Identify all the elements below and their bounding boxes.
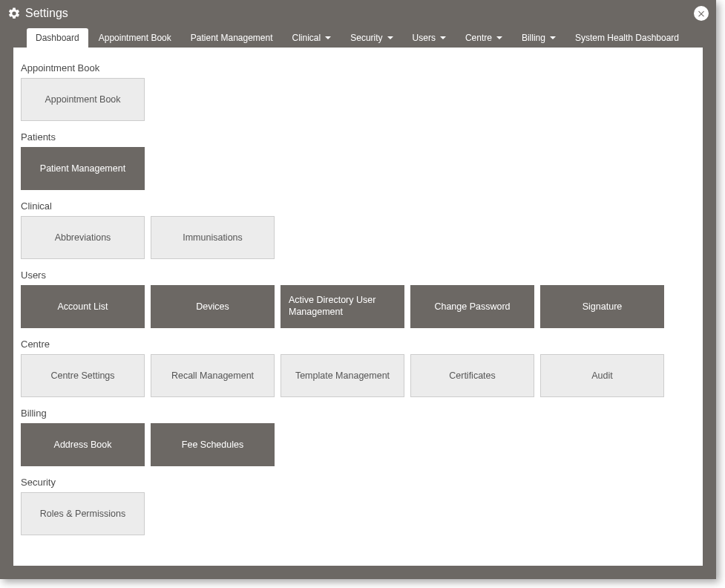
tile-active-directory-user-management[interactable]: Active Directory User Management bbox=[281, 285, 404, 328]
gear-icon bbox=[7, 7, 21, 20]
tile-row: Account ListDevicesActive Directory User… bbox=[21, 285, 695, 328]
section-heading: Appointment Book bbox=[21, 62, 695, 74]
tile-certificates[interactable]: Certificates bbox=[410, 354, 534, 397]
content-area: Appointment BookAppointment BookPatients… bbox=[13, 48, 703, 566]
tile-immunisations[interactable]: Immunisations bbox=[151, 216, 275, 259]
chevron-down-icon bbox=[325, 36, 331, 39]
tile-recall-management[interactable]: Recall Management bbox=[151, 354, 275, 397]
tile-patient-management[interactable]: Patient Management bbox=[21, 147, 145, 190]
tile-audit[interactable]: Audit bbox=[540, 354, 664, 397]
tile-fee-schedules[interactable]: Fee Schedules bbox=[151, 423, 275, 466]
section-heading: Clinical bbox=[21, 200, 695, 212]
window-title: Settings bbox=[25, 7, 68, 20]
tile-label: Signature bbox=[583, 301, 623, 312]
tile-row: Patient Management bbox=[21, 147, 695, 190]
tab-label: Centre bbox=[465, 33, 492, 43]
tile-label: Template Management bbox=[295, 370, 390, 381]
chevron-down-icon bbox=[440, 36, 446, 39]
section-heading: Patients bbox=[21, 131, 695, 143]
tab-appointment-book[interactable]: Appointment Book bbox=[90, 28, 180, 48]
tile-label: Devices bbox=[196, 301, 229, 312]
tile-account-list[interactable]: Account List bbox=[21, 285, 145, 328]
tab-system-health-dashboard[interactable]: System Health Dashboard bbox=[566, 28, 688, 48]
tile-abbreviations[interactable]: Abbreviations bbox=[21, 216, 145, 259]
tile-label: Centre Settings bbox=[50, 370, 114, 381]
tile-label: Change Password bbox=[434, 301, 510, 312]
tab-patient-management[interactable]: Patient Management bbox=[182, 28, 282, 48]
tab-label: System Health Dashboard bbox=[575, 33, 679, 43]
tabs-strip: DashboardAppointment BookPatient Managem… bbox=[0, 27, 716, 48]
tile-label: Active Directory User Management bbox=[289, 295, 396, 318]
section-heading: Security bbox=[21, 477, 695, 488]
tile-appointment-book[interactable]: Appointment Book bbox=[21, 78, 145, 121]
tab-label: Patient Management bbox=[191, 33, 273, 43]
tile-template-management[interactable]: Template Management bbox=[281, 354, 404, 397]
tile-devices[interactable]: Devices bbox=[151, 285, 275, 328]
chevron-down-icon bbox=[387, 36, 393, 39]
tab-label: Users bbox=[413, 33, 436, 43]
tile-roles-permissions[interactable]: Roles & Permissions bbox=[21, 492, 145, 535]
tab-centre[interactable]: Centre bbox=[456, 28, 511, 48]
tile-label: Audit bbox=[591, 370, 613, 381]
tab-label: Appointment Book bbox=[99, 33, 171, 43]
tile-label: Recall Management bbox=[171, 370, 254, 381]
tab-billing[interactable]: Billing bbox=[513, 28, 565, 48]
chevron-down-icon bbox=[550, 36, 556, 39]
chevron-down-icon bbox=[496, 36, 502, 39]
tile-change-password[interactable]: Change Password bbox=[410, 285, 534, 328]
tile-row: AbbreviationsImmunisations bbox=[21, 216, 695, 259]
tile-signature[interactable]: Signature bbox=[540, 285, 664, 328]
tab-label: Clinical bbox=[292, 33, 321, 43]
tile-row: Address BookFee Schedules bbox=[21, 423, 695, 466]
tile-label: Abbreviations bbox=[55, 232, 111, 243]
tile-label: Account List bbox=[57, 301, 108, 312]
tab-label: Billing bbox=[522, 33, 545, 43]
tab-dashboard[interactable]: Dashboard bbox=[27, 28, 88, 48]
tile-label: Appointment Book bbox=[45, 94, 120, 105]
section-heading: Billing bbox=[21, 408, 695, 419]
tile-label: Immunisations bbox=[183, 232, 243, 243]
tile-centre-settings[interactable]: Centre Settings bbox=[21, 354, 145, 397]
close-icon bbox=[697, 9, 706, 18]
tab-users[interactable]: Users bbox=[404, 28, 455, 48]
tile-label: Patient Management bbox=[40, 163, 125, 174]
tile-row: Appointment Book bbox=[21, 78, 695, 121]
tile-label: Certificates bbox=[449, 370, 496, 381]
tab-clinical[interactable]: Clinical bbox=[283, 28, 341, 48]
tile-label: Roles & Permissions bbox=[40, 509, 125, 519]
section-heading: Users bbox=[21, 270, 695, 281]
tile-row: Roles & Permissions bbox=[21, 492, 695, 535]
titlebar: Settings bbox=[0, 0, 716, 27]
tile-label: Address Book bbox=[54, 440, 112, 450]
section-heading: Centre bbox=[21, 339, 695, 350]
tile-row: Centre SettingsRecall ManagementTemplate… bbox=[21, 354, 695, 397]
tab-label: Security bbox=[350, 33, 382, 43]
tab-label: Dashboard bbox=[36, 33, 79, 43]
tile-label: Fee Schedules bbox=[182, 440, 243, 450]
tab-security[interactable]: Security bbox=[341, 28, 401, 48]
close-button[interactable] bbox=[694, 6, 709, 21]
tile-address-book[interactable]: Address Book bbox=[21, 423, 145, 466]
settings-window: Settings DashboardAppointment BookPatien… bbox=[0, 0, 716, 579]
